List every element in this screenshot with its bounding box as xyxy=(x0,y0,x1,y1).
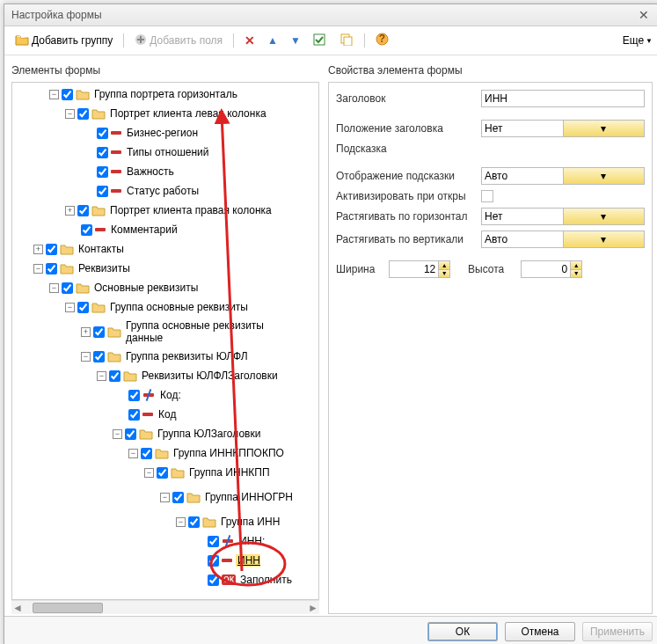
help-button[interactable]: ? xyxy=(372,31,392,50)
tree-item-checkbox[interactable] xyxy=(46,244,57,255)
tree-item-label: Код: xyxy=(158,389,181,401)
expand-toggle[interactable]: − xyxy=(49,283,59,293)
tree-item-checkbox[interactable] xyxy=(109,370,120,382)
prop-title-pos-label: Положение заголовка xyxy=(336,122,481,135)
spinner-down-icon[interactable]: ▼ xyxy=(570,270,581,278)
properties-column: Свойства элемента формы Заголовок Положе… xyxy=(319,61,653,614)
expand-toggle[interactable]: − xyxy=(113,429,122,439)
tree-item-checkbox[interactable] xyxy=(93,351,105,362)
spinner-up-icon[interactable]: ▲ xyxy=(438,261,449,270)
expand-toggle[interactable]: − xyxy=(144,468,154,478)
tree-item-checkbox[interactable] xyxy=(128,390,140,401)
expand-toggle[interactable]: + xyxy=(65,206,75,216)
prop-title-pos-combo[interactable]: Нет ▾ xyxy=(481,120,645,137)
tree-item-checkbox[interactable] xyxy=(62,89,73,100)
tree-item-label: Портрет клиента левая колонка xyxy=(108,107,266,120)
chevron-down-icon[interactable]: ▾ xyxy=(563,121,645,136)
tree-item-checkbox[interactable] xyxy=(128,409,140,421)
tree-item-checkbox[interactable] xyxy=(208,536,219,547)
tree-item-checkbox[interactable] xyxy=(93,326,105,338)
spinner-down-icon[interactable]: ▼ xyxy=(438,270,449,278)
prop-height-input[interactable] xyxy=(522,261,570,277)
prop-activate-open-checkbox[interactable] xyxy=(481,190,493,202)
expand-toggle[interactable]: − xyxy=(65,109,75,119)
chevron-down-icon[interactable]: ▾ xyxy=(563,209,645,224)
cancel-button[interactable]: Отмена xyxy=(505,622,575,641)
tree-item-checkbox[interactable] xyxy=(97,128,108,139)
prop-width-input[interactable] xyxy=(390,261,438,277)
tree-item-checkbox[interactable] xyxy=(97,186,108,197)
toolbar-separator xyxy=(364,33,365,48)
tree-item-checkbox[interactable] xyxy=(46,263,57,274)
tree-item-checkbox[interactable] xyxy=(77,205,89,216)
prop-stretch-v-value: Авто xyxy=(482,231,563,247)
tree-item-label: Группа портрета горизонталь xyxy=(92,88,237,100)
tree-item-label-selected[interactable]: ИНН xyxy=(236,554,260,567)
delete-x-icon: ✕ xyxy=(245,33,255,48)
expand-toggle[interactable]: − xyxy=(81,352,91,362)
horizontal-scrollbar[interactable]: ◄ ► xyxy=(11,600,319,614)
field-icon xyxy=(95,228,106,231)
spinner-up-icon[interactable]: ▲ xyxy=(570,261,581,270)
prop-title-input[interactable] xyxy=(481,90,645,107)
expand-toggle[interactable]: − xyxy=(160,493,170,502)
field-icon xyxy=(111,150,121,154)
add-group-button[interactable]: Добавить группу xyxy=(11,32,116,50)
expand-toggle[interactable]: − xyxy=(65,303,75,312)
tree-item-checkbox[interactable] xyxy=(141,448,152,459)
folder-icon xyxy=(123,370,137,382)
ok-button[interactable]: ОК xyxy=(427,622,498,641)
tree-item-checkbox[interactable] xyxy=(157,467,168,479)
svg-text:ок: ок xyxy=(223,574,235,585)
expand-toggle[interactable]: + xyxy=(81,327,91,337)
expand-toggle[interactable]: − xyxy=(33,264,43,274)
tree-item-checkbox[interactable] xyxy=(97,166,108,178)
expand-toggle[interactable]: − xyxy=(49,90,59,99)
move-down-button[interactable]: ▼ xyxy=(287,33,304,48)
prop-hint-disp-combo[interactable]: Авто ▾ xyxy=(481,167,645,185)
expand-toggle[interactable]: + xyxy=(33,245,43,254)
tree-item-checkbox[interactable] xyxy=(77,302,89,313)
tree-item-label: Основные реквизиты xyxy=(92,282,198,294)
prop-width-label: Ширина xyxy=(336,263,389,275)
copy-icon xyxy=(339,33,354,48)
tree-item-checkbox[interactable] xyxy=(62,282,73,294)
tree-item-checkbox[interactable] xyxy=(125,428,136,440)
tree-item-label: Типы отношений xyxy=(125,146,209,158)
field-icon xyxy=(111,131,121,135)
toolbar: Добавить группу Добавить поля ✕ ▲ ▼ xyxy=(4,26,657,55)
more-menu[interactable]: Еще ▼ xyxy=(623,34,653,47)
prop-stretch-h-combo[interactable]: Нет ▾ xyxy=(481,208,645,225)
delete-button[interactable]: ✕ xyxy=(241,32,259,49)
chevron-down-icon[interactable]: ▾ xyxy=(563,231,645,247)
arrow-down-icon: ▼ xyxy=(290,34,301,47)
folder-icon xyxy=(91,204,106,216)
tree-item-checkbox[interactable] xyxy=(97,147,108,158)
titlebar: Настройка формы ✕ xyxy=(4,4,657,26)
properties-header: Свойства элемента формы xyxy=(328,61,653,82)
tree-item-checkbox[interactable] xyxy=(208,574,219,586)
tree-item-label: Группа реквизиты ЮЛФЛ xyxy=(124,350,248,362)
tree-item-checkbox[interactable] xyxy=(77,108,89,120)
move-up-button[interactable]: ▲ xyxy=(264,33,281,48)
chevron-down-icon[interactable]: ▾ xyxy=(563,168,645,184)
tree-item-label: Группа основные реквизиты xyxy=(108,301,248,313)
prop-height-spinner[interactable]: ▲ ▼ xyxy=(521,260,582,278)
prop-width-spinner[interactable]: ▲ ▼ xyxy=(389,260,450,278)
tree-item-label: Реквизиты ЮЛФЛЗаголовки xyxy=(140,370,278,382)
prop-stretch-v-combo[interactable]: Авто ▾ xyxy=(481,231,645,248)
window-close-button[interactable]: ✕ xyxy=(635,8,653,22)
tree-item-checkbox[interactable] xyxy=(188,516,200,528)
tree-item-checkbox[interactable] xyxy=(172,492,184,503)
expand-toggle[interactable]: − xyxy=(176,517,186,527)
check-all-button[interactable] xyxy=(310,32,331,50)
expand-toggle[interactable]: − xyxy=(97,371,106,381)
elements-tree[interactable]: − Группа портрета горизонталь − Портрет … xyxy=(11,82,319,600)
tree-item-checkbox[interactable] xyxy=(208,555,219,567)
folder-icon xyxy=(91,301,106,313)
tree-item-label: Группа ИННКПП xyxy=(187,466,270,479)
copy-button[interactable] xyxy=(336,32,357,50)
chevron-down-icon: ▼ xyxy=(646,37,653,45)
tree-item-checkbox[interactable] xyxy=(81,224,92,236)
expand-toggle[interactable]: − xyxy=(128,449,138,458)
